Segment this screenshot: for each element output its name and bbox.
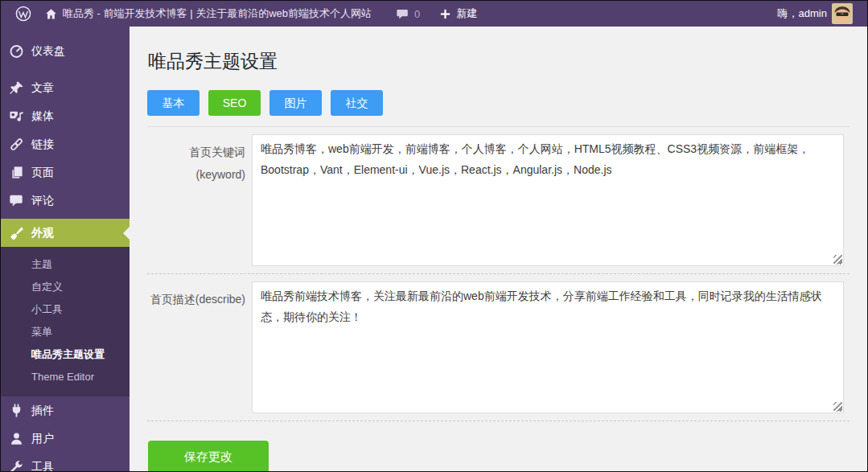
home-icon bbox=[44, 7, 58, 21]
sidebar-item-tools[interactable]: 工具 bbox=[1, 453, 130, 472]
settings-tabs: 基本 SEO 图片 社交 bbox=[147, 90, 849, 116]
sidebar-item-posts[interactable]: 文章 bbox=[1, 74, 130, 102]
keyword-textarea[interactable]: 唯品秀博客，web前端开发，前端博客，个人博客，个人网站，HTML5视频教程、C… bbox=[252, 134, 844, 266]
comment-count: 0 bbox=[414, 8, 420, 20]
sidebar-item-pages[interactable]: 页面 bbox=[1, 158, 130, 187]
tab-social[interactable]: 社交 bbox=[331, 90, 383, 116]
greeting-text: 嗨，admin bbox=[778, 6, 827, 21]
submenu-item-widgets[interactable]: 小工具 bbox=[1, 298, 130, 321]
comment-icon bbox=[8, 193, 24, 209]
keyword-field-row: 首页关键词 (keyword) 唯品秀博客，web前端开发，前端博客，个人博客，… bbox=[147, 127, 849, 274]
site-link[interactable]: 唯品秀 - 前端开发技术博客 | 关注于最前沿的web前端技术个人网站 bbox=[38, 1, 378, 27]
keyword-label-line2: (keyword) bbox=[147, 163, 245, 186]
submenu-item-menus[interactable]: 菜单 bbox=[1, 321, 130, 343]
describe-textarea[interactable]: 唯品秀前端技术博客，关注最新最前沿的web前端开发技术，分享前端工作经验和工具，… bbox=[252, 281, 844, 413]
plus-icon bbox=[439, 8, 451, 20]
sidebar-item-label: 插件 bbox=[31, 404, 54, 418]
site-title: 唯品秀 - 前端开发技术博客 | 关注于最前沿的web前端技术个人网站 bbox=[63, 6, 372, 21]
tab-basic[interactable]: 基本 bbox=[147, 90, 200, 116]
chain-link-icon bbox=[8, 137, 24, 153]
submenu-item-theme-settings[interactable]: 唯品秀主题设置 bbox=[1, 343, 130, 366]
comment-bubble-icon bbox=[396, 7, 409, 21]
dashboard-gauge-icon bbox=[8, 43, 24, 60]
wordpress-logo-button[interactable] bbox=[9, 1, 38, 27]
admin-bar: 唯品秀 - 前端开发技术博客 | 关注于最前沿的web前端技术个人网站 0 新建… bbox=[1, 1, 867, 27]
user-avatar bbox=[832, 3, 853, 24]
wordpress-admin-window: 唯品秀 - 前端开发技术博客 | 关注于最前沿的web前端技术个人网站 0 新建… bbox=[0, 0, 868, 472]
new-label: 新建 bbox=[456, 6, 477, 21]
save-changes-button[interactable]: 保存更改 bbox=[148, 441, 269, 471]
tab-images[interactable]: 图片 bbox=[269, 90, 322, 116]
pushpin-icon bbox=[8, 80, 24, 96]
page-title: 唯品秀主题设置 bbox=[148, 49, 849, 74]
sidebar-item-label: 评论 bbox=[31, 194, 54, 208]
describe-field-row: 首页描述(describe) 唯品秀前端技术博客，关注最新最前沿的web前端开发… bbox=[147, 274, 849, 421]
sidebar-item-label: 页面 bbox=[31, 166, 54, 180]
main-content: 唯品秀主题设置 基本 SEO 图片 社交 首页关键词 (keyword) 唯品秀… bbox=[130, 27, 867, 471]
sidebar-item-label: 工具 bbox=[31, 460, 54, 472]
sidebar-item-plugins[interactable]: 插件 bbox=[1, 396, 130, 425]
paintbrush-icon bbox=[8, 225, 24, 241]
admin-sidebar: 仪表盘 文章 媒体 bbox=[1, 27, 130, 471]
submenu-item-themes[interactable]: 主题 bbox=[1, 253, 130, 276]
submenu-item-theme-editor[interactable]: Theme Editor bbox=[1, 366, 130, 388]
sidebar-item-label: 媒体 bbox=[31, 109, 54, 124]
sidebar-item-appearance[interactable]: 外观 bbox=[1, 219, 130, 247]
comments-shortcut[interactable]: 0 bbox=[389, 1, 426, 27]
sidebar-item-media[interactable]: 媒体 bbox=[1, 102, 130, 130]
sidebar-item-label: 链接 bbox=[31, 137, 54, 152]
plug-icon bbox=[8, 403, 24, 419]
keyword-label-line1: 首页关键词 bbox=[147, 141, 245, 163]
describe-label-line1: 首页描述(describe) bbox=[147, 288, 245, 310]
sidebar-item-comments[interactable]: 评论 bbox=[1, 187, 130, 215]
sidebar-item-label: 文章 bbox=[31, 81, 54, 96]
describe-field-label: 首页描述(describe) bbox=[147, 281, 252, 413]
appearance-submenu: 主题 自定义 小工具 菜单 唯品秀主题设置 Theme Editor bbox=[1, 247, 130, 396]
person-icon bbox=[8, 431, 24, 447]
seo-settings-form: 首页关键词 (keyword) 唯品秀博客，web前端开发，前端博客，个人博客，… bbox=[147, 126, 849, 421]
sidebar-item-links[interactable]: 链接 bbox=[1, 130, 130, 158]
account-menu[interactable]: 嗨，admin bbox=[771, 1, 859, 27]
tab-seo[interactable]: SEO bbox=[208, 90, 261, 116]
pages-icon bbox=[8, 165, 24, 181]
submenu-item-customize[interactable]: 自定义 bbox=[1, 276, 130, 298]
sidebar-item-label: 用户 bbox=[31, 432, 54, 446]
wordpress-logo-icon bbox=[15, 6, 31, 22]
wrench-icon bbox=[8, 459, 24, 472]
sidebar-item-label: 外观 bbox=[31, 226, 54, 240]
new-content-button[interactable]: 新建 bbox=[433, 1, 483, 27]
keyword-field-label: 首页关键词 (keyword) bbox=[147, 134, 252, 266]
sidebar-item-label: 仪表盘 bbox=[31, 44, 65, 59]
media-icon bbox=[8, 109, 24, 125]
sidebar-item-dashboard[interactable]: 仪表盘 bbox=[1, 37, 130, 65]
sidebar-item-users[interactable]: 用户 bbox=[1, 425, 130, 453]
